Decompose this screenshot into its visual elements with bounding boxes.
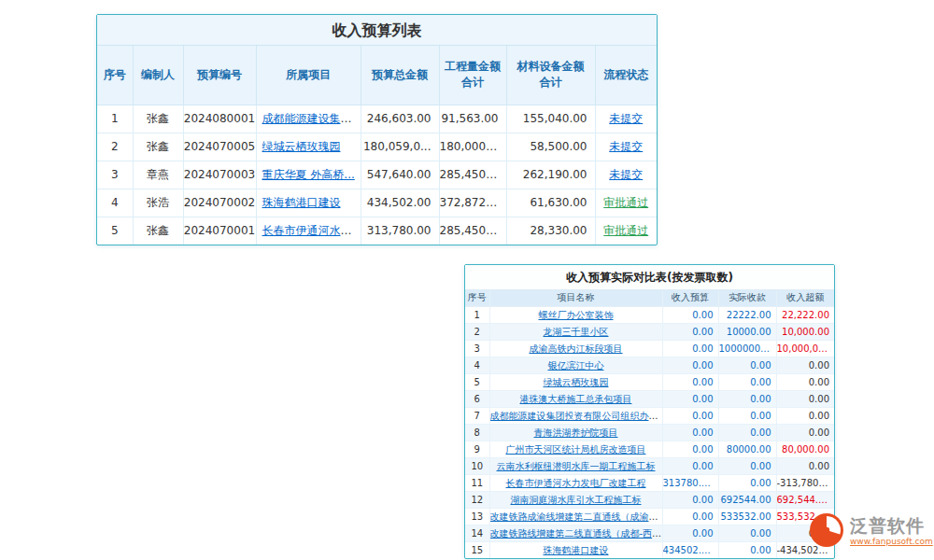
- cmp-project-link[interactable]: 青海洪湖养护院项目: [534, 427, 618, 438]
- cmp-actual-cell: 22222.00: [718, 306, 776, 323]
- cmp-row-seq-cell: 11: [465, 474, 489, 491]
- cmp-project-name-cell: 湖南洞庭湖水库引水工程施工标: [489, 491, 662, 508]
- budget-no-cell: 2024070003: [183, 161, 256, 189]
- cmp-project-link[interactable]: 湖南洞庭湖水库引水工程施工标: [511, 495, 642, 505]
- cmp-row-seq-cell: 15: [465, 541, 489, 558]
- cmp-row-seq-cell: 10: [465, 457, 489, 474]
- cmp-project-link[interactable]: 云南水利枢纽潜明水库一期工程施工标: [497, 461, 656, 471]
- budget-row: 5张鑫2024070001长春市伊通河水力...313,780.00285,45…: [97, 217, 657, 245]
- status-link[interactable]: 审批通过: [603, 224, 648, 237]
- cmp-project-link[interactable]: 银亿滨江中心: [548, 360, 604, 371]
- cmp-project-name-cell: 港珠澳大桥施工总承包项目: [489, 390, 662, 407]
- cmp-project-name-cell: 成都能源建设集团投资有限公司组织办公项目所: [489, 407, 662, 424]
- status-link-cell: 审批通过: [595, 189, 657, 217]
- cmp-budget-cell: 0.00: [662, 373, 718, 390]
- cmp-actual-cell: 0.00: [718, 457, 776, 474]
- cmp-project-name-cell: 云南水利枢纽潜明水库一期工程施工标: [489, 457, 662, 474]
- cmp-budget-cell: 0.00: [662, 323, 718, 340]
- comparison-row: 11长春市伊通河水力发电厂改建工程313780.000.00-313,780.0…: [465, 474, 834, 491]
- creator-cell: 章燕: [133, 161, 183, 189]
- status-link-cell: 未提交: [595, 161, 657, 189]
- comparison-row: 13改建铁路成渝线增建第二直通线（成渝枢纽）电0.00533532.00533,…: [465, 508, 834, 525]
- engineering-amount-cell: 372,872.00: [439, 189, 506, 217]
- cmp-project-link[interactable]: 广州市天河区统计局机房改造项目: [506, 444, 646, 455]
- cmp-actual-cell: 0.00: [718, 407, 776, 424]
- cmp-excess-cell: 0.00: [776, 424, 834, 441]
- cmp-excess-cell: 80,000.00: [776, 441, 834, 457]
- creator-cell: 张鑫: [133, 133, 183, 161]
- total-amount-cell: 180,059,0...: [361, 133, 439, 161]
- cmp-budget-cell: 0.00: [662, 457, 718, 474]
- cmp-excess-cell: 0.00: [776, 457, 834, 474]
- cmp-row-seq-cell: 8: [465, 424, 489, 441]
- cmp-row-seq-cell: 6: [465, 390, 489, 407]
- cmp-project-name-cell: 螺丝厂办公室装饰: [489, 306, 662, 323]
- project-link[interactable]: 绿城云栖玫瑰园: [262, 140, 341, 153]
- cmp-project-link[interactable]: 螺丝厂办公室装饰: [539, 310, 614, 320]
- cmp-project-name-cell: 珠海鹤港口建设: [489, 541, 662, 558]
- cmp-actual-cell: 10000000.00: [718, 340, 776, 357]
- cmp-excess-cell: 0.00: [776, 373, 834, 390]
- total-amount-cell: 547,640.00: [361, 161, 439, 189]
- status-link[interactable]: 未提交: [609, 140, 643, 153]
- header-status: 流程状态: [595, 46, 657, 105]
- engineering-amount-cell: 285,450.00: [439, 161, 506, 189]
- engineering-amount-cell: 180,000,...: [439, 133, 506, 161]
- row-seq-cell: 4: [97, 189, 133, 217]
- cmp-project-link[interactable]: 成渝高铁内江标段项目: [530, 343, 623, 354]
- engineering-amount-cell: 91,563.00: [439, 105, 506, 133]
- cmp-header-seq: 序号: [465, 290, 489, 306]
- cmp-project-link[interactable]: 龙湖三千里小区: [544, 327, 609, 337]
- cmp-budget-cell: 0.00: [662, 491, 718, 508]
- status-link-cell: 未提交: [595, 133, 657, 161]
- project-link[interactable]: 珠海鹤港口建设: [262, 196, 341, 209]
- cmp-budget-cell: 0.00: [662, 390, 718, 407]
- header-material-amount: 材料设备金额 合计: [506, 46, 595, 105]
- cmp-excess-cell: 692,544.00: [776, 491, 834, 508]
- budget-no-cell: 2024070001: [183, 217, 256, 245]
- budget-no-cell: 2024070005: [183, 133, 256, 161]
- cmp-project-link[interactable]: 珠海鹤港口建设: [544, 545, 609, 555]
- project-link-cell: 成都能源建设集团...: [256, 105, 361, 133]
- project-link[interactable]: 成都能源建设集团...: [262, 112, 361, 125]
- budget-row: 4张浩2024070002珠海鹤港口建设434,502.00372,872.00…: [97, 189, 657, 217]
- cmp-project-link[interactable]: 成都能源建设集团投资有限公司组织办公项目所: [490, 411, 663, 421]
- comparison-row: 4银亿滨江中心0.000.000.00: [465, 357, 834, 373]
- comparison-row: 9广州市天河区统计局机房改造项目0.0080000.0080,000.00: [465, 441, 834, 457]
- comparison-row: 10云南水利枢纽潜明水库一期工程施工标0.000.000.00: [465, 457, 834, 474]
- comparison-row: 1螺丝厂办公室装饰0.0022222.0022,222.00: [465, 306, 834, 323]
- cmp-excess-cell: 10,000.00: [776, 323, 834, 340]
- cmp-actual-cell: 0.00: [718, 373, 776, 390]
- cmp-row-seq-cell: 7: [465, 407, 489, 424]
- comparison-row: 5绿城云栖玫瑰园0.000.000.00: [465, 373, 834, 390]
- header-seq: 序号: [97, 46, 133, 105]
- cmp-project-name-cell: 青海洪湖养护院项目: [489, 424, 662, 441]
- budget-list-table: 序号 编制人 预算编号 所属项目 预算总金额 工程量金额 合计 材料设备金额 合…: [97, 46, 657, 245]
- fanpu-logo-url[interactable]: www.fanpusoft.com: [850, 537, 933, 546]
- cmp-project-link[interactable]: 改建铁路成渝线增建第二直通线（成渝枢纽）电: [490, 511, 663, 522]
- fanpu-logo-text: 泛普软件 www.fanpusoft.com: [850, 512, 933, 546]
- status-link-cell: 审批通过: [595, 217, 657, 245]
- row-seq-cell: 1: [97, 105, 133, 133]
- status-link[interactable]: 未提交: [609, 168, 643, 181]
- cmp-project-link[interactable]: 绿城云栖玫瑰园: [544, 377, 609, 387]
- status-link[interactable]: 审批通过: [603, 196, 648, 209]
- creator-cell: 张鑫: [133, 105, 183, 133]
- status-link-cell: 未提交: [595, 105, 657, 133]
- cmp-project-link[interactable]: 港珠澳大桥施工总承包项目: [520, 394, 632, 404]
- project-link[interactable]: 长春市伊通河水力...: [262, 224, 361, 237]
- project-link[interactable]: 重庆华夏 外高桥...: [262, 168, 355, 181]
- status-link[interactable]: 未提交: [609, 112, 643, 125]
- total-amount-cell: 246,603.00: [361, 105, 439, 133]
- cmp-budget-cell: 0.00: [662, 508, 718, 525]
- cmp-row-seq-cell: 2: [465, 323, 489, 340]
- cmp-row-seq-cell: 4: [465, 357, 489, 373]
- header-project: 所属项目: [256, 46, 361, 105]
- row-seq-cell: 5: [97, 217, 133, 245]
- comparison-row: 14改建铁路线增建第二线直通线（成都-西安）电...0.000.000.00: [465, 525, 834, 541]
- cmp-project-name-cell: 改建铁路线增建第二线直通线（成都-西安）电...: [489, 525, 662, 541]
- cmp-project-link[interactable]: 改建铁路线增建第二线直通线（成都-西安）电...: [490, 528, 663, 539]
- creator-cell: 张鑫: [133, 217, 183, 245]
- cmp-project-name-cell: 成渝高铁内江标段项目: [489, 340, 662, 357]
- cmp-project-link[interactable]: 长春市伊通河水力发电厂改建工程: [506, 478, 646, 488]
